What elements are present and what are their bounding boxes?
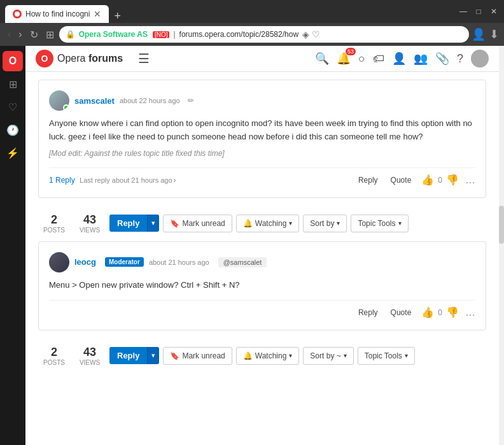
- hamburger-menu-icon[interactable]: ☰: [138, 51, 150, 66]
- last-reply-text: Last reply about 21 hours ago: [80, 176, 172, 184]
- reply-btn-group-bottom: Reply ▾: [109, 347, 159, 364]
- sort-by-label-bottom: Sort by ~: [310, 351, 340, 360]
- post-1-quote-button[interactable]: Quote: [387, 173, 416, 187]
- views-label: VIEWS: [80, 227, 100, 234]
- post-2-author[interactable]: leocg: [74, 257, 96, 267]
- post-2-vote-count: 0: [438, 308, 442, 317]
- reply-count-text: 1 Reply: [49, 176, 75, 185]
- sort-caret-bottom: ▾: [344, 352, 347, 359]
- sort-by-button-bottom[interactable]: Sort by ~ ▾: [303, 347, 353, 365]
- sidebar-bookmark-icon[interactable]: ♡: [3, 97, 23, 117]
- nav-group-icon[interactable]: 👥: [414, 52, 428, 66]
- top-toolbar: 2 POSTS 43 VIEWS Reply ▾ 🔖 Mark unread: [38, 208, 486, 239]
- nav-user-icon[interactable]: 👤: [392, 52, 406, 66]
- nav-bookmark-icon[interactable]: 📎: [435, 52, 449, 66]
- reply-button-top[interactable]: Reply: [109, 215, 147, 232]
- tab-close-button[interactable]: ✕: [94, 9, 101, 19]
- address-bar[interactable]: 🔒 Opera Software AS [NO] | forums.opera.…: [59, 26, 469, 43]
- sidebar-history-icon[interactable]: 🕐: [3, 120, 23, 140]
- post-2-body: Menu > Open new private window? Ctrl + S…: [49, 279, 475, 292]
- address-url: forums.opera.com/topic/28582/how: [179, 30, 298, 39]
- browser-body: O ⊞ ♡ 🕐 ⚡ O Opera forums ☰ 🔍 🔔 53: [0, 46, 504, 445]
- posts-stat: 2 POSTS: [38, 213, 70, 234]
- post-1-edit-icon[interactable]: ✏: [188, 96, 194, 105]
- post-2-quote-button[interactable]: Quote: [387, 306, 416, 320]
- reply-btn-group: Reply ▾: [109, 215, 159, 232]
- watching-button-bottom[interactable]: 🔔 Watching ▾: [236, 347, 300, 365]
- toolbar-icons: 👤 ⬇: [472, 27, 499, 41]
- notification-bell[interactable]: 🔔 53: [337, 52, 351, 66]
- watching-button-top[interactable]: 🔔 Watching ▾: [236, 215, 300, 232]
- post-2-vote-area: 👍 0 👎: [420, 306, 460, 318]
- post-1-author[interactable]: samscalet: [74, 96, 115, 106]
- sidebar-extension-icon[interactable]: ⚡: [3, 143, 23, 163]
- page-content: O Opera forums ☰ 🔍 🔔 53 ○ 🏷 👤 👥 📎 ?: [25, 46, 499, 445]
- reply-button-bottom[interactable]: Reply: [109, 347, 147, 364]
- post-1-upvote[interactable]: 👍: [420, 174, 435, 186]
- nav-avatar[interactable]: [471, 50, 489, 67]
- scrollbar-thumb[interactable]: [499, 206, 504, 244]
- download-icon[interactable]: ⬇: [489, 27, 499, 41]
- post-2-upvote[interactable]: 👍: [420, 306, 435, 318]
- sidebar-opera-icon[interactable]: O: [3, 51, 23, 71]
- post-2-reply-button[interactable]: Reply: [354, 306, 382, 320]
- forward-button[interactable]: ›: [16, 27, 24, 41]
- reply-dropdown-bottom[interactable]: ▾: [147, 347, 159, 364]
- active-tab[interactable]: How to find incogni ✕: [5, 5, 109, 23]
- reply-count-link[interactable]: 1 Reply Last reply about 21 hours ago ›: [49, 176, 176, 185]
- post-1-header: samscalet about 22 hours ago ✏: [49, 90, 475, 111]
- post-1-mod-note: [Mod edit: Against the rules topic title…: [49, 148, 475, 160]
- profile-icon[interactable]: 👤: [472, 27, 486, 41]
- reply-dropdown-top[interactable]: ▾: [147, 215, 159, 232]
- post-2-mention[interactable]: @samscalet: [218, 257, 267, 267]
- sort-by-button-top[interactable]: Sort by ▾: [303, 215, 347, 232]
- notification-count: 53: [346, 48, 356, 55]
- post-2-more-button[interactable]: …: [465, 307, 475, 318]
- minimize-button[interactable]: —: [458, 6, 468, 17]
- post-2-downvote[interactable]: 👎: [445, 306, 460, 318]
- back-button[interactable]: ‹: [5, 27, 13, 41]
- views-label-bottom: VIEWS: [80, 359, 100, 366]
- topic-tools-button-bottom[interactable]: Topic Tools ▾: [358, 347, 415, 365]
- tab-favicon: [13, 10, 22, 18]
- mark-unread-button-top[interactable]: 🔖 Mark unread: [163, 215, 232, 232]
- topic-tools-button-top[interactable]: Topic Tools ▾: [351, 215, 408, 232]
- views-stat: 43 VIEWS: [74, 213, 106, 234]
- mark-unread-button-bottom[interactable]: 🔖 Mark unread: [163, 347, 232, 365]
- refresh-button[interactable]: ↻: [27, 27, 41, 42]
- browser-frame: How to find incogni ✕ + — □ ✕ ‹ › ↻ ⊞ 🔒 …: [0, 0, 504, 445]
- post-1-footer: 1 Reply Last reply about 21 hours ago › …: [49, 167, 475, 187]
- topic-tools-caret-bottom: ▾: [405, 352, 408, 359]
- scrollbar[interactable]: [499, 46, 504, 445]
- opera-logo: O Opera forums: [36, 50, 123, 67]
- heart-icon: ♡: [312, 29, 320, 39]
- post-1-more-button[interactable]: …: [465, 174, 475, 186]
- post-1-downvote[interactable]: 👎: [445, 174, 460, 186]
- views-count: 43: [83, 213, 96, 227]
- post-1-text: Anyone know where i can find option to o…: [49, 118, 472, 141]
- sidebar-speedial-icon[interactable]: ⊞: [3, 74, 23, 94]
- grid-button[interactable]: ⊞: [43, 27, 57, 42]
- posts-stat-bottom: 2 POSTS: [38, 346, 70, 366]
- posts-count: 2: [51, 213, 57, 227]
- nav-search-icon[interactable]: 🔍: [315, 52, 329, 66]
- mark-unread-label-bottom: Mark unread: [182, 351, 225, 360]
- bell-icon-top: 🔔: [243, 219, 253, 228]
- new-tab-button[interactable]: +: [111, 10, 123, 23]
- views-stat-bottom: 43 VIEWS: [74, 346, 106, 366]
- opera-sidebar: O ⊞ ♡ 🕐 ⚡: [0, 46, 25, 445]
- watching-caret-top: ▾: [289, 220, 292, 227]
- post-1-body: Anyone know where i can find option to o…: [49, 117, 475, 160]
- watching-caret-bottom: ▾: [289, 352, 292, 359]
- post-1-vote-count: 0: [438, 176, 442, 185]
- maximize-button[interactable]: □: [473, 6, 484, 17]
- reply-arrow: ›: [174, 176, 176, 185]
- nav-help-icon[interactable]: ?: [457, 52, 463, 66]
- nav-circle-icon[interactable]: ○: [358, 52, 365, 66]
- close-button[interactable]: ✕: [489, 6, 499, 17]
- topic-tools-label-top: Topic Tools: [358, 219, 395, 228]
- site-badge: [NO]: [153, 31, 170, 38]
- nav-tag-icon[interactable]: 🏷: [373, 52, 384, 66]
- posts-label: POSTS: [43, 227, 65, 234]
- post-1-reply-button[interactable]: Reply: [354, 173, 382, 187]
